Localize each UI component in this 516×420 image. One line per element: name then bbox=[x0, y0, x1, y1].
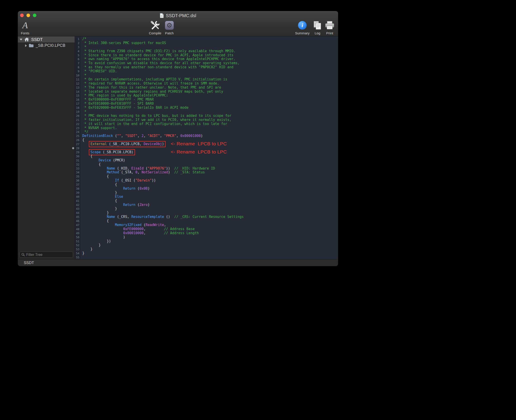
code-text: Name (_CRS, ResourceTemplate () // _CRS:… bbox=[82, 215, 243, 219]
code-line-49[interactable]: 49 0x00010000, // Address Length bbox=[75, 231, 338, 235]
code-text: * as they normally use another non-stand… bbox=[82, 65, 233, 69]
print-icon bbox=[325, 21, 335, 30]
code-line-5[interactable]: 5 * Since there is no standard device fo… bbox=[75, 53, 338, 57]
code-text: * required for NVRAM access. Otherwise i… bbox=[82, 81, 219, 85]
code-line-9[interactable]: 9 * "PCHRESV" UID. bbox=[75, 69, 338, 74]
code-text: } bbox=[82, 211, 109, 215]
toolbar-button-print[interactable]: Print bbox=[322, 21, 338, 35]
code-token: ) bbox=[148, 203, 150, 207]
code-token: Return bbox=[123, 203, 136, 207]
code-line-25[interactable]: 25DefinitionBlock ("", "SSDT", 2, "ACDT"… bbox=[75, 134, 338, 138]
code-line-7[interactable]: 7 * To avoid confusion we disable this d… bbox=[75, 61, 338, 65]
line-number: 9 bbox=[75, 69, 79, 74]
disclosure-triangle-icon[interactable] bbox=[20, 39, 22, 40]
sidebar-item-ssdt[interactable]: SSDT bbox=[18, 36, 75, 43]
toolbar-button-patch[interactable]: ⚙ Patch bbox=[160, 21, 179, 35]
code-line-12[interactable]: 12 * required for NVRAM access. Otherwis… bbox=[75, 82, 338, 86]
code-line-34[interactable]: 34 Method (_STA, 0, NotSerialized) // _S… bbox=[75, 170, 338, 174]
code-line-19[interactable]: 19 * bbox=[75, 110, 338, 114]
code-line-33[interactable]: 33 Name (_HID, EisaId ("APP9876")) // _H… bbox=[75, 167, 338, 171]
code-line-46[interactable]: 46 { bbox=[75, 219, 338, 223]
line-number: 16 bbox=[75, 98, 79, 102]
code-line-44[interactable]: 44 } bbox=[75, 211, 338, 215]
code-line-14[interactable]: 14 * located in separate memory regions … bbox=[75, 90, 338, 94]
code-token: (PMCR) bbox=[111, 158, 125, 162]
line-number: 12 bbox=[75, 82, 79, 86]
code-line-22[interactable]: 22 * it will start in the end of PCI con… bbox=[75, 122, 338, 126]
code-token: (_SB.PCI0.LPCB) bbox=[101, 150, 133, 154]
patch-label: Patch bbox=[165, 31, 174, 35]
code-line-48[interactable]: 48 0xFE000000, // Address Base bbox=[75, 227, 338, 231]
folder-icon bbox=[29, 44, 34, 47]
line-number: 29 bbox=[75, 150, 79, 154]
code-line-45[interactable]: 45 Name (_CRS, ResourceTemplate () // _C… bbox=[75, 215, 338, 219]
code-line-39[interactable]: 39 } bbox=[75, 191, 338, 195]
code-line-40[interactable]: 40 Else bbox=[75, 195, 338, 199]
code-token: DeviceObj bbox=[144, 142, 162, 146]
code-token: ) bbox=[201, 134, 203, 138]
code-text: DefinitionBlock ("", "SSDT", 2, "ACDT", … bbox=[82, 134, 203, 138]
line-number: 54 bbox=[75, 251, 79, 255]
code-line-41[interactable]: 41 { bbox=[75, 199, 338, 203]
code-line-23[interactable]: 23 * NVRAM support. bbox=[75, 126, 338, 130]
code-line-30[interactable]: 30 { bbox=[75, 154, 338, 158]
toolbar-button-fonts[interactable]: A Fonts bbox=[18, 21, 32, 35]
code-line-21[interactable]: 21 * faster initialisation. If we add it… bbox=[75, 118, 338, 122]
code-text: * bbox=[82, 110, 86, 114]
code-line-11[interactable]: 11 * On certain implementations, includi… bbox=[75, 77, 338, 82]
code-token: ResourceTemplate bbox=[131, 215, 164, 219]
code-line-20[interactable]: 20 * PMC device has nothing to do to LPC… bbox=[75, 114, 338, 118]
code-line-27[interactable]: 27 External (_SB_.PCI0.LPCB, DeviceObj)<… bbox=[75, 142, 338, 146]
code-line-3[interactable]: 3 * bbox=[75, 45, 338, 49]
code-token: 2 bbox=[142, 134, 144, 138]
line-number: 33 bbox=[75, 167, 79, 171]
code-line-54[interactable]: 54} bbox=[75, 251, 338, 255]
code-line-43[interactable]: 43 } bbox=[75, 207, 338, 211]
line-number: 39 bbox=[75, 191, 79, 195]
code-line-47[interactable]: 47 Memory32Fixed (ReadWrite, bbox=[75, 223, 338, 227]
filter-tree-input[interactable] bbox=[26, 253, 73, 257]
code-line-50[interactable]: 50 ) bbox=[75, 235, 338, 239]
code-text: * Intel 300-series PMC support for macOS bbox=[82, 41, 166, 45]
code-line-42[interactable]: 42 Return (Zero) bbox=[75, 203, 338, 207]
code-token: ( bbox=[144, 166, 148, 170]
code-editor[interactable]: 1/*2 * Intel 300-series PMC support for … bbox=[75, 36, 338, 259]
code-line-55[interactable]: 55 bbox=[75, 255, 338, 260]
code-line-37[interactable]: 37 { bbox=[75, 183, 338, 187]
code-line-16[interactable]: 16 * 0xFE000000~0xFE00FFFF - PMC MBAR bbox=[75, 98, 338, 102]
code-line-17[interactable]: 17 * 0xFE010000~0xFE010FFF - SPI BAR0 bbox=[75, 102, 338, 106]
code-line-35[interactable]: 35 { bbox=[75, 174, 338, 179]
main-content: SSDT_SB.PCI0.LPCB 1/*2 * Intel 300-serie… bbox=[18, 36, 338, 259]
app-window: SSDT-PMC.dsl A Fonts Compile ⚙ Patch bbox=[18, 11, 338, 266]
code-line-1[interactable]: 1/* bbox=[75, 37, 338, 41]
code-line-15[interactable]: 15 * PMC region is used by AppleIntelPCH… bbox=[75, 94, 338, 98]
sidebar-item--sb-pci0-lpcb[interactable]: _SB.PCI0.LPCB bbox=[18, 43, 75, 49]
code-line-52[interactable]: 52 } bbox=[75, 243, 338, 247]
code-line-4[interactable]: 4 * Starting from Z390 chipsets PMC (D31… bbox=[75, 49, 338, 53]
code-line-13[interactable]: 13 * The reason for this is rather uncle… bbox=[75, 86, 338, 90]
code-token bbox=[82, 203, 123, 207]
code-line-36[interactable]: 36 If (_OSI ("Darwin")) bbox=[75, 179, 338, 183]
code-token: * 0xFE010000~0xFE010FFF - SPI BAR0 bbox=[82, 102, 154, 105]
code-line-6[interactable]: 6 * own naming "APP9876" to access this … bbox=[75, 57, 338, 61]
code-line-18[interactable]: 18 * 0xFE020000~0xFE035FFF - SerialIo BA… bbox=[75, 106, 338, 110]
disclosure-triangle-icon[interactable] bbox=[25, 44, 27, 47]
code-line-32[interactable]: 32 { bbox=[75, 163, 338, 167]
code-token: * PMC region is used by AppleIntelPCHPMC… bbox=[82, 93, 168, 98]
code-token: EisaId bbox=[131, 166, 144, 170]
code-line-2[interactable]: 2 * Intel 300-series PMC support for mac… bbox=[75, 41, 338, 45]
code-line-31[interactable]: 31 Device (PMCR) bbox=[75, 158, 338, 163]
code-line-38[interactable]: 38 Return (0x0B) bbox=[75, 187, 338, 191]
filter-tree-field[interactable] bbox=[19, 252, 73, 258]
line-number: 3 bbox=[75, 45, 79, 49]
code-text: * bbox=[82, 73, 86, 77]
compile-icon bbox=[150, 21, 160, 30]
code-token: , bbox=[137, 134, 142, 138]
code-line-53[interactable]: 53 } bbox=[75, 247, 338, 251]
code-line-29[interactable]: 29 Scope (_SB.PCI0.LPCB)<- Rename LPCB t… bbox=[75, 150, 338, 154]
code-line-24[interactable]: 24 */ bbox=[75, 130, 338, 134]
line-number: 23 bbox=[75, 126, 79, 130]
code-line-8[interactable]: 8 * as they normally use another non-sta… bbox=[75, 65, 338, 69]
code-line-51[interactable]: 51 }) bbox=[75, 239, 338, 243]
code-line-10[interactable]: 10 * bbox=[75, 74, 338, 77]
